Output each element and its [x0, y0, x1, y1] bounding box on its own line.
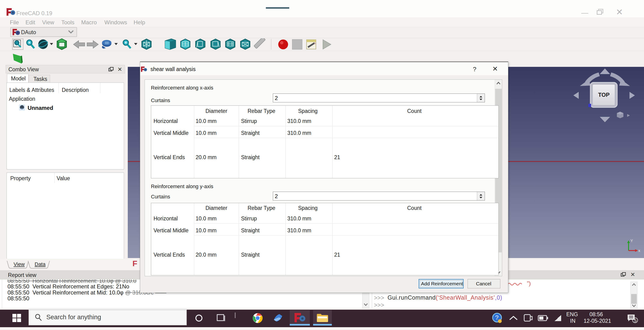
svg-text:Y: Y	[630, 239, 633, 243]
svg-text:5: 5	[634, 318, 636, 323]
svg-text:”): ”)	[527, 280, 531, 287]
svg-text:x: x	[638, 249, 640, 252]
svg-text:?: ?	[495, 314, 498, 321]
